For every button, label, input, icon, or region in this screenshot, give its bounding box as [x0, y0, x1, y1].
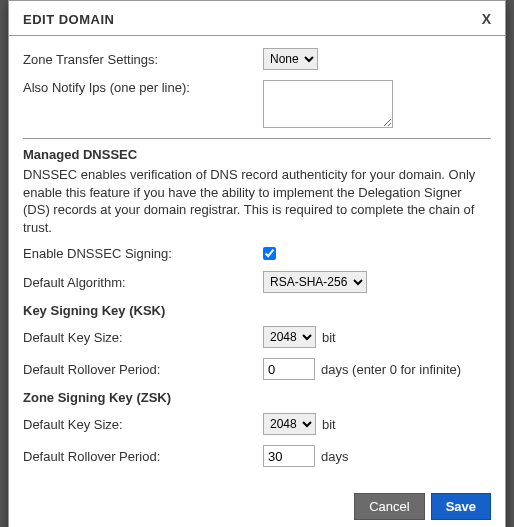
enable-dnssec-checkbox[interactable]: [263, 247, 276, 260]
zsk-keysize-label: Default Key Size:: [23, 417, 263, 432]
zone-transfer-select[interactable]: None: [263, 48, 318, 70]
cancel-button[interactable]: Cancel: [354, 493, 424, 520]
save-button[interactable]: Save: [431, 493, 491, 520]
divider: [23, 138, 491, 139]
enable-dnssec-label: Enable DNSSEC Signing:: [23, 246, 263, 261]
zsk-rollover-label: Default Rollover Period:: [23, 449, 263, 464]
notify-ips-row: Also Notify Ips (one per line):: [23, 80, 491, 128]
ksk-heading: Key Signing Key (KSK): [23, 303, 491, 318]
close-icon[interactable]: X: [482, 11, 491, 27]
zsk-rollover-input[interactable]: [263, 445, 315, 467]
dnssec-heading: Managed DNSSEC: [23, 147, 491, 162]
zone-transfer-label: Zone Transfer Settings:: [23, 52, 263, 67]
notify-ips-label: Also Notify Ips (one per line):: [23, 80, 263, 95]
modal-header: EDIT DOMAIN X: [9, 1, 505, 36]
zsk-keysize-row: Default Key Size: 2048 bit: [23, 413, 491, 435]
zsk-rollover-row: Default Rollover Period: days: [23, 445, 491, 467]
ksk-rollover-suffix: days (enter 0 for infinite): [321, 362, 461, 377]
modal-footer: Cancel Save: [9, 483, 505, 527]
modal-title: EDIT DOMAIN: [23, 12, 114, 27]
default-algorithm-label: Default Algorithm:: [23, 275, 263, 290]
zsk-rollover-suffix: days: [321, 449, 348, 464]
ksk-rollover-label: Default Rollover Period:: [23, 362, 263, 377]
default-algorithm-select[interactable]: RSA-SHA-256: [263, 271, 367, 293]
ksk-rollover-input[interactable]: [263, 358, 315, 380]
ksk-keysize-suffix: bit: [322, 330, 336, 345]
zsk-keysize-suffix: bit: [322, 417, 336, 432]
ksk-keysize-select[interactable]: 2048: [263, 326, 316, 348]
zone-transfer-row: Zone Transfer Settings: None: [23, 48, 491, 70]
zsk-keysize-select[interactable]: 2048: [263, 413, 316, 435]
notify-ips-textarea[interactable]: [263, 80, 393, 128]
enable-dnssec-row: Enable DNSSEC Signing:: [23, 246, 491, 261]
default-algorithm-row: Default Algorithm: RSA-SHA-256: [23, 271, 491, 293]
modal-body: Zone Transfer Settings: None Also Notify…: [9, 36, 505, 483]
ksk-keysize-label: Default Key Size:: [23, 330, 263, 345]
edit-domain-modal: EDIT DOMAIN X Zone Transfer Settings: No…: [8, 0, 506, 527]
ksk-keysize-row: Default Key Size: 2048 bit: [23, 326, 491, 348]
dnssec-description: DNSSEC enables verification of DNS recor…: [23, 166, 491, 236]
ksk-rollover-row: Default Rollover Period: days (enter 0 f…: [23, 358, 491, 380]
zsk-heading: Zone Signing Key (ZSK): [23, 390, 491, 405]
